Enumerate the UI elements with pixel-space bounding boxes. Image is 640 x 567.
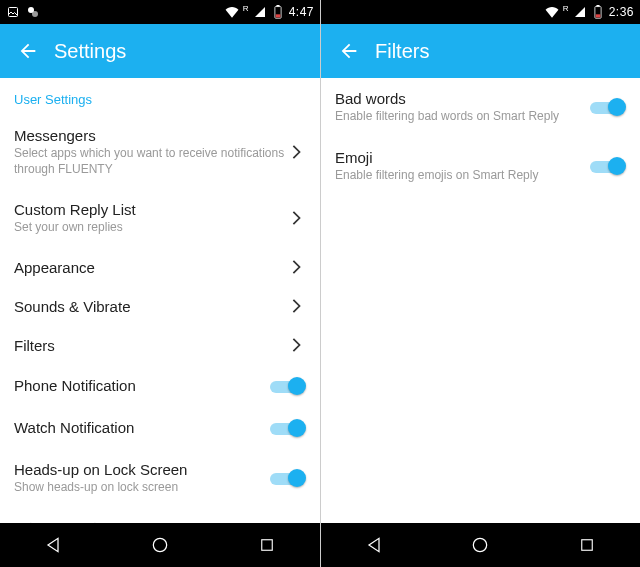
toggle-switch[interactable] <box>270 468 306 488</box>
row-title: Appearance <box>14 259 286 276</box>
row-sounds-vibrate[interactable]: Sounds & Vibrate <box>0 287 320 326</box>
settings-list[interactable]: User Settings Messengers Select apps whi… <box>0 78 320 523</box>
back-button[interactable] <box>331 33 367 69</box>
svg-rect-0 <box>9 8 18 17</box>
wifi-icon <box>225 5 239 19</box>
nav-home-button[interactable] <box>450 523 510 567</box>
row-bad-words[interactable]: Bad words Enable filtering bad words on … <box>321 78 640 137</box>
nav-back-button[interactable] <box>344 523 404 567</box>
toggle-switch[interactable] <box>270 418 306 438</box>
svg-rect-12 <box>582 540 593 551</box>
screen-filters: R 2:36 Filters Bad words Enable filterin <box>320 0 640 567</box>
row-phone-notification[interactable]: Phone Notification <box>0 365 320 407</box>
row-messengers[interactable]: Messengers Select apps which you want to… <box>0 115 320 189</box>
chevron-right-icon <box>286 260 306 274</box>
battery-icon <box>591 5 605 19</box>
svg-rect-7 <box>261 540 272 551</box>
chevron-right-icon <box>286 299 306 313</box>
row-emoji[interactable]: Emoji Enable filtering emojis on Smart R… <box>321 137 640 196</box>
app-bar: Filters <box>321 24 640 78</box>
toggle-switch[interactable] <box>590 156 626 176</box>
toggle-switch[interactable] <box>590 97 626 117</box>
row-title: Sounds & Vibrate <box>14 298 286 315</box>
status-bar: R 2:36 <box>321 0 640 24</box>
roaming-icon: R <box>563 4 569 13</box>
row-title: Messengers <box>14 127 286 144</box>
svg-point-2 <box>32 11 38 17</box>
row-title: Watch Notification <box>14 419 270 436</box>
nav-recent-button[interactable] <box>557 523 617 567</box>
toggle-switch[interactable] <box>270 376 306 396</box>
chevron-right-icon <box>286 338 306 352</box>
row-subtitle: Enable filtering emojis on Smart Reply <box>335 168 590 184</box>
back-arrow-icon <box>17 40 39 62</box>
status-time: 4:47 <box>289 5 314 19</box>
svg-rect-5 <box>275 14 280 17</box>
row-subtitle: Set your own replies <box>14 220 286 236</box>
section-header: User Settings <box>0 78 320 115</box>
row-privacy-mode[interactable]: Privacy Mode Hide messages on the lock s… <box>0 507 320 523</box>
svg-rect-4 <box>276 5 279 7</box>
row-title: Privacy Mode <box>14 519 270 523</box>
signal-icon <box>573 5 587 19</box>
row-title: Emoji <box>335 149 590 166</box>
battery-icon <box>271 5 285 19</box>
appbar-title: Settings <box>54 40 126 63</box>
chevron-right-icon <box>286 145 306 159</box>
appbar-title: Filters <box>375 40 429 63</box>
wifi-icon <box>545 5 559 19</box>
row-heads-up-lock-screen[interactable]: Heads-up on Lock Screen Show heads-up on… <box>0 449 320 508</box>
chevron-right-icon <box>286 211 306 225</box>
svg-point-6 <box>153 538 166 551</box>
row-title: Heads-up on Lock Screen <box>14 461 270 478</box>
roaming-icon: R <box>243 4 249 13</box>
row-title: Phone Notification <box>14 377 270 394</box>
row-subtitle: Show heads-up on lock screen <box>14 480 270 496</box>
status-bar: R 4:47 <box>0 0 320 24</box>
back-arrow-icon <box>338 40 360 62</box>
nav-recent-button[interactable] <box>237 523 297 567</box>
app-bar: Settings <box>0 24 320 78</box>
row-filters[interactable]: Filters <box>0 326 320 365</box>
nav-back-button[interactable] <box>23 523 83 567</box>
navigation-bar <box>0 523 320 567</box>
svg-point-11 <box>474 538 487 551</box>
screen-settings: R 4:47 Settings User Settings Messengers <box>0 0 320 567</box>
image-icon <box>6 5 20 19</box>
row-subtitle: Enable filtering bad words on Smart Repl… <box>335 109 590 125</box>
nav-home-button[interactable] <box>130 523 190 567</box>
notification-icon <box>26 5 40 19</box>
svg-rect-10 <box>595 14 600 17</box>
back-button[interactable] <box>10 33 46 69</box>
row-title: Custom Reply List <box>14 201 286 218</box>
filters-list[interactable]: Bad words Enable filtering bad words on … <box>321 78 640 523</box>
row-watch-notification[interactable]: Watch Notification <box>0 407 320 449</box>
status-time: 2:36 <box>609 5 634 19</box>
svg-rect-9 <box>596 5 599 7</box>
navigation-bar <box>321 523 640 567</box>
row-subtitle: Select apps which you want to receive no… <box>14 146 286 177</box>
signal-icon <box>253 5 267 19</box>
row-appearance[interactable]: Appearance <box>0 248 320 287</box>
row-title: Filters <box>14 337 286 354</box>
row-title: Bad words <box>335 90 590 107</box>
row-custom-reply-list[interactable]: Custom Reply List Set your own replies <box>0 189 320 248</box>
